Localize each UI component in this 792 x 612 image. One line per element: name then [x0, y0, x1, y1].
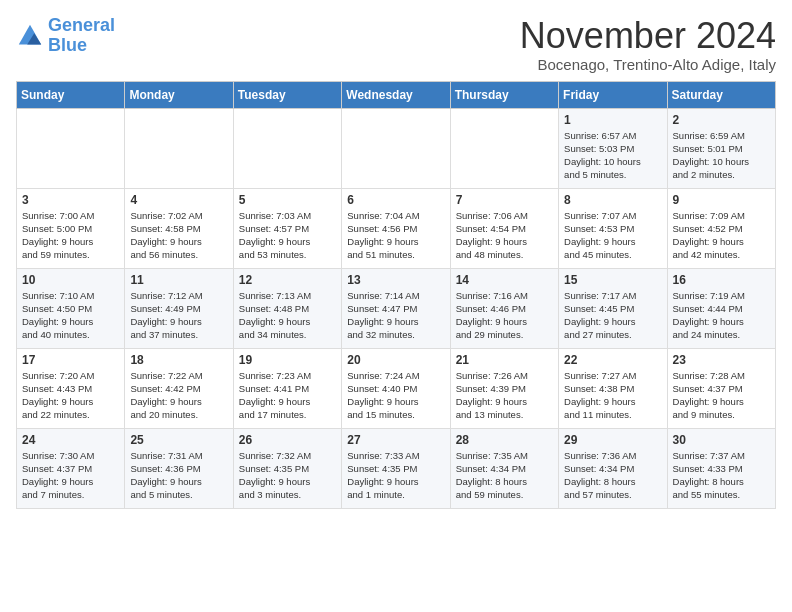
- day-info: Sunrise: 7:22 AM Sunset: 4:42 PM Dayligh…: [130, 369, 227, 422]
- day-info: Sunrise: 7:07 AM Sunset: 4:53 PM Dayligh…: [564, 209, 661, 262]
- calendar-cell: 25Sunrise: 7:31 AM Sunset: 4:36 PM Dayli…: [125, 428, 233, 508]
- page-header: General Blue November 2024 Bocenago, Tre…: [16, 16, 776, 73]
- day-info: Sunrise: 7:14 AM Sunset: 4:47 PM Dayligh…: [347, 289, 444, 342]
- day-info: Sunrise: 6:59 AM Sunset: 5:01 PM Dayligh…: [673, 129, 770, 182]
- calendar-cell: 17Sunrise: 7:20 AM Sunset: 4:43 PM Dayli…: [17, 348, 125, 428]
- day-number: 22: [564, 353, 661, 367]
- weekday-header: Thursday: [450, 81, 558, 108]
- day-number: 12: [239, 273, 336, 287]
- calendar-cell: 12Sunrise: 7:13 AM Sunset: 4:48 PM Dayli…: [233, 268, 341, 348]
- day-number: 14: [456, 273, 553, 287]
- calendar-cell: 27Sunrise: 7:33 AM Sunset: 4:35 PM Dayli…: [342, 428, 450, 508]
- calendar-cell: 3Sunrise: 7:00 AM Sunset: 5:00 PM Daylig…: [17, 188, 125, 268]
- day-info: Sunrise: 7:23 AM Sunset: 4:41 PM Dayligh…: [239, 369, 336, 422]
- day-number: 2: [673, 113, 770, 127]
- day-number: 23: [673, 353, 770, 367]
- calendar-cell: 15Sunrise: 7:17 AM Sunset: 4:45 PM Dayli…: [559, 268, 667, 348]
- calendar-cell: 16Sunrise: 7:19 AM Sunset: 4:44 PM Dayli…: [667, 268, 775, 348]
- day-info: Sunrise: 7:12 AM Sunset: 4:49 PM Dayligh…: [130, 289, 227, 342]
- logo-line1: General: [48, 15, 115, 35]
- calendar-cell: 24Sunrise: 7:30 AM Sunset: 4:37 PM Dayli…: [17, 428, 125, 508]
- day-info: Sunrise: 7:17 AM Sunset: 4:45 PM Dayligh…: [564, 289, 661, 342]
- calendar-cell: 13Sunrise: 7:14 AM Sunset: 4:47 PM Dayli…: [342, 268, 450, 348]
- calendar-week-row: 24Sunrise: 7:30 AM Sunset: 4:37 PM Dayli…: [17, 428, 776, 508]
- day-number: 19: [239, 353, 336, 367]
- calendar-cell: 5Sunrise: 7:03 AM Sunset: 4:57 PM Daylig…: [233, 188, 341, 268]
- day-info: Sunrise: 7:19 AM Sunset: 4:44 PM Dayligh…: [673, 289, 770, 342]
- day-number: 4: [130, 193, 227, 207]
- calendar-week-row: 3Sunrise: 7:00 AM Sunset: 5:00 PM Daylig…: [17, 188, 776, 268]
- day-number: 15: [564, 273, 661, 287]
- day-number: 13: [347, 273, 444, 287]
- calendar-cell: 9Sunrise: 7:09 AM Sunset: 4:52 PM Daylig…: [667, 188, 775, 268]
- day-info: Sunrise: 7:04 AM Sunset: 4:56 PM Dayligh…: [347, 209, 444, 262]
- day-number: 9: [673, 193, 770, 207]
- day-number: 8: [564, 193, 661, 207]
- calendar-cell: 30Sunrise: 7:37 AM Sunset: 4:33 PM Dayli…: [667, 428, 775, 508]
- calendar-cell: [450, 108, 558, 188]
- calendar-cell: 26Sunrise: 7:32 AM Sunset: 4:35 PM Dayli…: [233, 428, 341, 508]
- day-info: Sunrise: 7:16 AM Sunset: 4:46 PM Dayligh…: [456, 289, 553, 342]
- calendar-cell: 29Sunrise: 7:36 AM Sunset: 4:34 PM Dayli…: [559, 428, 667, 508]
- day-number: 3: [22, 193, 119, 207]
- calendar-cell: 19Sunrise: 7:23 AM Sunset: 4:41 PM Dayli…: [233, 348, 341, 428]
- day-number: 28: [456, 433, 553, 447]
- day-info: Sunrise: 7:02 AM Sunset: 4:58 PM Dayligh…: [130, 209, 227, 262]
- weekday-header: Monday: [125, 81, 233, 108]
- calendar-cell: [342, 108, 450, 188]
- calendar-cell: 21Sunrise: 7:26 AM Sunset: 4:39 PM Dayli…: [450, 348, 558, 428]
- location: Bocenago, Trentino-Alto Adige, Italy: [520, 56, 776, 73]
- day-info: Sunrise: 7:30 AM Sunset: 4:37 PM Dayligh…: [22, 449, 119, 502]
- calendar-week-row: 1Sunrise: 6:57 AM Sunset: 5:03 PM Daylig…: [17, 108, 776, 188]
- day-info: Sunrise: 7:28 AM Sunset: 4:37 PM Dayligh…: [673, 369, 770, 422]
- day-info: Sunrise: 7:36 AM Sunset: 4:34 PM Dayligh…: [564, 449, 661, 502]
- day-info: Sunrise: 7:20 AM Sunset: 4:43 PM Dayligh…: [22, 369, 119, 422]
- day-number: 10: [22, 273, 119, 287]
- logo-line2: Blue: [48, 35, 87, 55]
- day-info: Sunrise: 7:35 AM Sunset: 4:34 PM Dayligh…: [456, 449, 553, 502]
- weekday-header: Saturday: [667, 81, 775, 108]
- day-number: 17: [22, 353, 119, 367]
- day-number: 16: [673, 273, 770, 287]
- day-number: 25: [130, 433, 227, 447]
- calendar-cell: 4Sunrise: 7:02 AM Sunset: 4:58 PM Daylig…: [125, 188, 233, 268]
- day-number: 26: [239, 433, 336, 447]
- calendar-cell: 20Sunrise: 7:24 AM Sunset: 4:40 PM Dayli…: [342, 348, 450, 428]
- weekday-header: Sunday: [17, 81, 125, 108]
- day-number: 11: [130, 273, 227, 287]
- calendar-cell: 28Sunrise: 7:35 AM Sunset: 4:34 PM Dayli…: [450, 428, 558, 508]
- month-title: November 2024: [520, 16, 776, 56]
- day-number: 7: [456, 193, 553, 207]
- calendar-cell: 1Sunrise: 6:57 AM Sunset: 5:03 PM Daylig…: [559, 108, 667, 188]
- day-info: Sunrise: 7:37 AM Sunset: 4:33 PM Dayligh…: [673, 449, 770, 502]
- day-number: 6: [347, 193, 444, 207]
- day-info: Sunrise: 7:27 AM Sunset: 4:38 PM Dayligh…: [564, 369, 661, 422]
- calendar-table: SundayMondayTuesdayWednesdayThursdayFrid…: [16, 81, 776, 509]
- day-info: Sunrise: 7:33 AM Sunset: 4:35 PM Dayligh…: [347, 449, 444, 502]
- day-number: 21: [456, 353, 553, 367]
- day-number: 27: [347, 433, 444, 447]
- calendar-cell: 10Sunrise: 7:10 AM Sunset: 4:50 PM Dayli…: [17, 268, 125, 348]
- calendar-cell: 8Sunrise: 7:07 AM Sunset: 4:53 PM Daylig…: [559, 188, 667, 268]
- day-info: Sunrise: 7:10 AM Sunset: 4:50 PM Dayligh…: [22, 289, 119, 342]
- calendar-cell: [125, 108, 233, 188]
- weekday-header-row: SundayMondayTuesdayWednesdayThursdayFrid…: [17, 81, 776, 108]
- day-info: Sunrise: 7:13 AM Sunset: 4:48 PM Dayligh…: [239, 289, 336, 342]
- calendar-cell: [233, 108, 341, 188]
- calendar-cell: 22Sunrise: 7:27 AM Sunset: 4:38 PM Dayli…: [559, 348, 667, 428]
- day-number: 18: [130, 353, 227, 367]
- day-info: Sunrise: 7:09 AM Sunset: 4:52 PM Dayligh…: [673, 209, 770, 262]
- calendar-week-row: 17Sunrise: 7:20 AM Sunset: 4:43 PM Dayli…: [17, 348, 776, 428]
- calendar-cell: 23Sunrise: 7:28 AM Sunset: 4:37 PM Dayli…: [667, 348, 775, 428]
- day-info: Sunrise: 7:31 AM Sunset: 4:36 PM Dayligh…: [130, 449, 227, 502]
- day-info: Sunrise: 6:57 AM Sunset: 5:03 PM Dayligh…: [564, 129, 661, 182]
- weekday-header: Tuesday: [233, 81, 341, 108]
- weekday-header: Wednesday: [342, 81, 450, 108]
- logo: General Blue: [16, 16, 115, 56]
- calendar-cell: 14Sunrise: 7:16 AM Sunset: 4:46 PM Dayli…: [450, 268, 558, 348]
- day-info: Sunrise: 7:03 AM Sunset: 4:57 PM Dayligh…: [239, 209, 336, 262]
- day-info: Sunrise: 7:32 AM Sunset: 4:35 PM Dayligh…: [239, 449, 336, 502]
- day-number: 20: [347, 353, 444, 367]
- logo-text: General Blue: [48, 16, 115, 56]
- day-info: Sunrise: 7:26 AM Sunset: 4:39 PM Dayligh…: [456, 369, 553, 422]
